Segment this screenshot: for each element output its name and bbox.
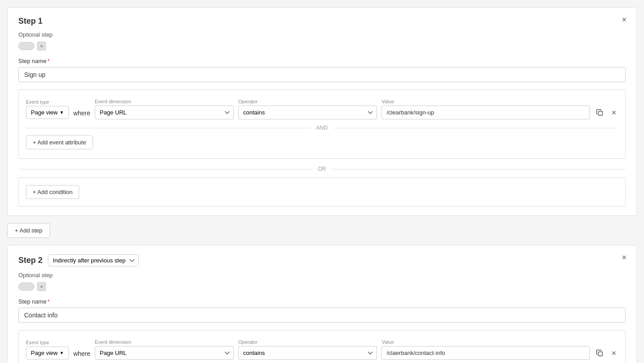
step-2-event-type-col-label: Event type: [26, 340, 69, 345]
step-1-or-divider: OR: [18, 166, 626, 172]
add-condition-button[interactable]: + Add condition: [26, 185, 79, 199]
step-2-toggle-x-button[interactable]: ×: [37, 282, 46, 291]
step-1-title: Step 1: [18, 17, 42, 26]
svg-rect-1: [598, 352, 602, 356]
step-1-operator-group: Operator contains: [238, 99, 377, 119]
step-2-relation-select[interactable]: Indirectly after previous step: [48, 254, 139, 266]
step-2-header: Step 2 Indirectly after previous step: [18, 254, 626, 266]
step-2-delete-condition-button[interactable]: ×: [610, 347, 618, 360]
step-1-value-group: Value: [381, 99, 590, 119]
step-1-operator-col-label: Operator: [238, 99, 377, 104]
step-2-value-input[interactable]: [381, 346, 590, 360]
step-1-condition-row: Event type Page view ▼ where Event dimen…: [26, 99, 618, 119]
step-2-title: Step 2: [18, 256, 42, 265]
step-2-name-label: Step name*: [18, 298, 626, 305]
step-1-event-dimension-col-label: Event dimension: [95, 99, 234, 104]
step-1-and-divider: AND: [26, 125, 618, 131]
step-1-copy-value-button[interactable]: [594, 107, 605, 118]
step-2-optional-toggle[interactable]: [18, 283, 34, 291]
step-2-optional-label: Optional step: [18, 272, 626, 279]
svg-rect-0: [598, 111, 602, 115]
step-1-toggle-x-button[interactable]: ×: [37, 42, 46, 51]
step-1-operator-select[interactable]: contains: [238, 106, 377, 119]
step-2-event-dimension-select[interactable]: Page URL: [95, 346, 234, 360]
step-1-event-type-select[interactable]: Page view ▼: [26, 106, 69, 119]
step-1-header: Step 1: [18, 17, 626, 26]
step-1-card: Step 1 × Optional step × Step name* Even…: [7, 7, 637, 216]
step-1-name-label: Step name*: [18, 58, 626, 64]
step-1-name-input[interactable]: [18, 67, 626, 82]
copy-icon-2: [596, 350, 603, 357]
step-1-event-dimension-select[interactable]: Page URL: [95, 106, 234, 119]
step-1-optional-label: Optional step: [18, 31, 626, 38]
step-1-condition-block: Event type Page view ▼ where Event dimen…: [18, 89, 626, 159]
step-2-event-dimension-group: Event dimension Page URL: [95, 339, 234, 360]
step-2-card: Step 2 Indirectly after previous step × …: [7, 245, 637, 363]
step-1-optional-toggle[interactable]: [18, 42, 34, 50]
add-event-attribute-button[interactable]: + Add event attribute: [26, 135, 93, 149]
step-1-close-button[interactable]: ×: [619, 15, 629, 25]
step-1-value-col-label: Value: [381, 99, 590, 104]
step-2-value-col-label: Value: [381, 339, 590, 345]
step-1-add-condition-block: + Add condition: [18, 177, 626, 207]
step-2-operator-col-label: Operator: [238, 339, 377, 345]
step-1-where-label: where: [73, 110, 90, 117]
step-2-event-dimension-col-label: Event dimension: [95, 339, 234, 345]
step-2-event-type-select[interactable]: Page view ▼: [26, 346, 69, 359]
step-1-event-type-group: Event type Page view ▼: [26, 99, 69, 119]
step-2-condition-block: Event type Page view ▼ where Event dimen…: [18, 330, 626, 363]
step-2-toggle-container: ×: [18, 282, 626, 291]
step-1-value-input[interactable]: [381, 106, 590, 119]
step-2-event-type-group: Event type Page view ▼: [26, 340, 69, 359]
step-2-copy-value-button[interactable]: [594, 348, 605, 359]
step-2-value-group: Value: [381, 339, 590, 360]
step-1-toggle-container: ×: [18, 42, 626, 51]
step-2-operator-select[interactable]: contains: [238, 346, 377, 360]
step-2-name-input[interactable]: [18, 308, 626, 323]
step-1-delete-condition-button[interactable]: ×: [610, 106, 618, 119]
step-1-event-dimension-group: Event dimension Page URL: [95, 99, 234, 119]
step-2-close-button[interactable]: ×: [619, 253, 629, 262]
step-2-where-label: where: [73, 350, 90, 357]
add-step-button[interactable]: + Add step: [7, 223, 50, 238]
step-1-event-type-col-label: Event type: [26, 99, 69, 105]
copy-icon: [596, 109, 603, 116]
step-2-operator-group: Operator contains: [238, 339, 377, 360]
step-2-condition-row: Event type Page view ▼ where Event dimen…: [26, 339, 618, 360]
